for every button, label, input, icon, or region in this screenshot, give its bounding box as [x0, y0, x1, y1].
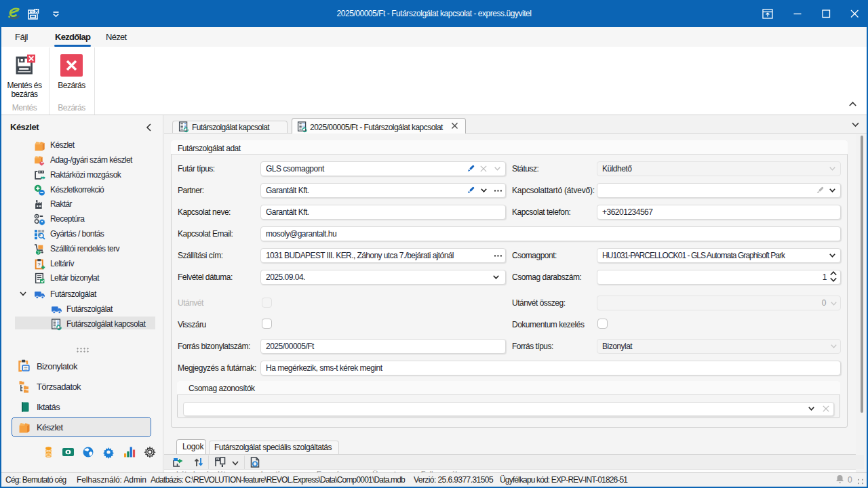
svg-text:?: ? [37, 250, 39, 255]
svg-text:?: ? [37, 262, 41, 268]
